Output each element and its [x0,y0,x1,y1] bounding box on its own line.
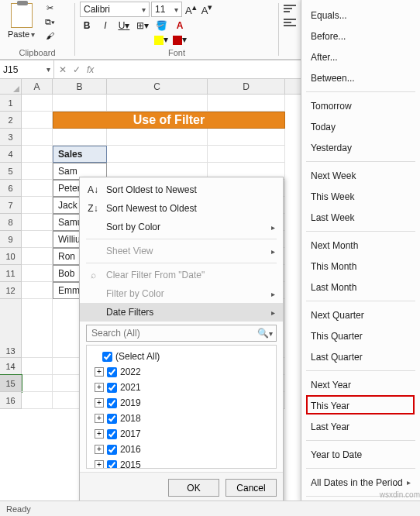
dm-this-year[interactable]: This Year [301,395,420,416]
banner-cell: Use of Filter [53,112,285,129]
sort-newest-item[interactable]: Z↓Sort Newest to Oldest [80,199,283,218]
row-header[interactable]: 11 [0,265,22,282]
col-header-c[interactable]: C [107,79,208,94]
row-header[interactable]: 6 [0,180,22,197]
dm-equals[interactable]: Equals... [301,5,420,26]
tree-year[interactable]: +2017 [90,426,273,442]
tree-select-all[interactable]: (Select All) [90,349,273,364]
sort-by-color-item[interactable]: Sort by Color▸ [80,218,283,236]
dm-between[interactable]: Between... [301,67,420,88]
grow-font-button[interactable]: A▴ [184,2,198,16]
align-left-button[interactable] [284,17,296,28]
cancel-button[interactable]: Cancel [225,479,277,497]
fx-icon[interactable]: fx [87,64,94,75]
dm-last-year[interactable]: Last Year [301,416,420,437]
search-input[interactable] [90,327,257,339]
alignment-group [279,0,301,59]
chevron-right-icon: ▸ [271,290,275,298]
tree-year[interactable]: +2022 [90,364,273,380]
row-header[interactable]: 14 [0,358,22,375]
fill-color-button[interactable]: 🪣▾ [154,19,168,33]
expand-icon[interactable]: + [95,460,104,469]
tree-year[interactable]: +2016 [90,442,273,457]
date-filters-item[interactable]: Date Filters▸ [80,303,283,322]
tree-year[interactable]: +2015 [90,457,273,469]
clear-filter-item: ⌕Clear Filter From "Date" [80,266,283,284]
dm-before[interactable]: Before... [301,26,420,46]
dm-this-quarter[interactable]: This Quarter [301,325,420,346]
dm-this-week[interactable]: This Week [301,186,420,207]
cut-button[interactable]: ✂ [41,2,58,14]
dm-last-week[interactable]: Last Week [301,207,420,228]
col-header-a[interactable]: A [22,79,53,94]
row-header[interactable]: 2 [0,112,22,129]
row-header[interactable]: 16 [0,392,22,409]
expand-icon[interactable]: + [95,445,104,454]
filter-tree[interactable]: (Select All) +2022 +2021 +2019 +2018 +20… [86,345,277,469]
shrink-font-button[interactable]: A▾ [200,2,215,16]
dm-this-month[interactable]: This Month [301,256,420,277]
underline-button[interactable]: U▾ [117,19,131,33]
expand-icon[interactable]: + [95,367,104,377]
enter-formula-icon[interactable]: ✓ [73,64,81,75]
bold-button[interactable]: B [80,19,94,33]
tree-year[interactable]: +2018 [90,411,273,426]
dm-next-year[interactable]: Next Year [301,374,420,395]
sort-asc-icon: A↓ [86,184,100,195]
expand-icon[interactable]: + [95,383,104,392]
chevron-down-icon: ▾ [46,65,50,74]
tree-year[interactable]: +2021 [90,380,273,395]
row-header[interactable]: 7 [0,197,22,214]
dm-all-dates-period[interactable]: All Dates in the Period▸ [301,472,420,493]
dm-next-quarter[interactable]: Next Quarter [301,304,420,325]
col-header-d[interactable]: D [208,79,285,94]
tree-year[interactable]: +2019 [90,395,273,411]
sort-oldest-item[interactable]: A↓Sort Oldest to Newest [80,181,283,199]
dm-tomorrow[interactable]: Tomorrow [301,95,420,116]
expand-icon[interactable]: + [95,398,104,408]
chevron-right-icon: ▸ [271,223,275,232]
font-size-select[interactable]: 11▾ [151,2,182,17]
align-top-button[interactable] [284,3,296,14]
name-box[interactable]: J15▾ [0,60,54,78]
dm-today[interactable]: Today [301,116,420,137]
expand-icon[interactable]: + [95,429,104,439]
dm-yesterday[interactable]: Yesterday [301,137,420,158]
dm-year-to-date[interactable]: Year to Date [301,444,420,465]
paste-button[interactable]: Paste▾ [5,2,38,42]
chevron-right-icon: ▸ [271,247,275,256]
format-painter-button[interactable]: 🖌 [41,29,58,42]
row-header[interactable]: 8 [0,214,22,231]
row-header[interactable]: 10 [0,248,22,265]
dm-last-quarter[interactable]: Last Quarter [301,346,420,367]
row-header[interactable]: 3 [0,129,22,146]
dm-last-month[interactable]: Last Month [301,277,420,298]
row-header[interactable]: 13 [0,299,22,358]
copy-button[interactable]: ⧉▾ [41,15,58,28]
row-header[interactable]: 15 [0,375,22,392]
expand-icon[interactable]: + [95,414,104,423]
col-header-b[interactable]: B [53,79,107,94]
dm-next-week[interactable]: Next Week [301,165,420,186]
row-header[interactable]: 5 [0,163,22,180]
dm-next-month[interactable]: Next Month [301,235,420,256]
date-filter-submenu: Equals... Before... After... Between... … [301,0,420,502]
row-header[interactable]: 1 [0,95,22,112]
chevron-right-icon: ▸ [407,478,411,487]
row-header[interactable]: 12 [0,282,22,299]
filter-by-color-item: Filter by Color▸ [80,284,283,303]
cancel-formula-icon[interactable]: ✕ [59,64,67,75]
ok-button[interactable]: OK [168,479,219,497]
filter-search[interactable]: 🔍▾ [86,325,277,342]
chevron-down-icon: ▾ [142,5,146,14]
status-bar: Ready [0,501,420,516]
font-color-button[interactable]: A▾ [173,19,187,33]
border-button[interactable]: ⊞▾ [136,19,150,33]
row-header[interactable]: 9 [0,231,22,248]
select-all-corner[interactable] [0,79,22,94]
dm-after[interactable]: After... [301,46,420,67]
row-header[interactable]: 4 [0,146,22,163]
status-text: Ready [6,504,31,514]
font-name-select[interactable]: Calibri▾ [80,2,150,17]
italic-button[interactable]: I [98,19,112,33]
